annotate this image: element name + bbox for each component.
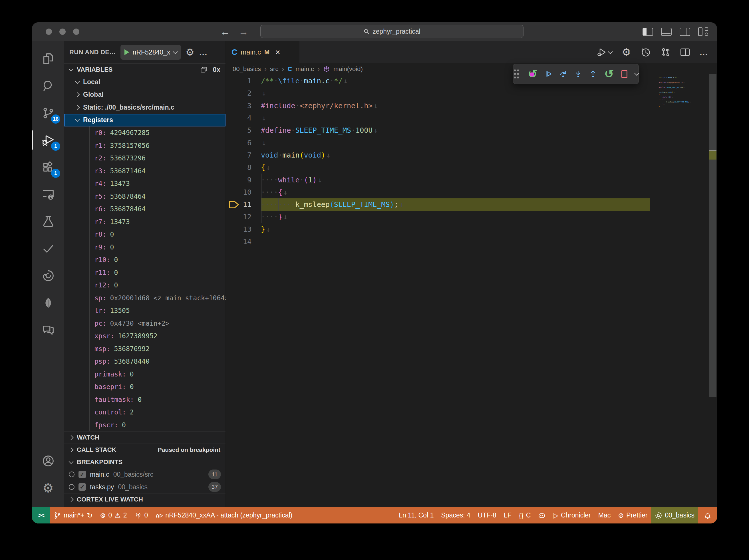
variable-scope-row[interactable]: Registers [64,114,226,127]
debug-session-item[interactable]: nRF52840_xxAA - attach (zephyr_practical… [152,507,296,523]
variable-scope-row[interactable]: Global [64,88,226,101]
breadcrumb-symbol[interactable]: main(void) [334,65,363,73]
eol-item[interactable]: LF [500,507,515,523]
language-mode-item[interactable]: {} C [515,507,535,523]
breakpoint-row[interactable]: ✓ tasks.py 00_basics 37 [64,481,226,493]
breadcrumb-sub[interactable]: src [270,65,278,73]
close-window-button[interactable] [46,28,52,35]
tab-main-c[interactable]: C main.c M × [226,41,299,63]
variable-scope-row[interactable]: Static: ./00_basics/src/main.c [64,101,226,114]
close-tab-icon[interactable]: × [275,48,280,57]
register-row[interactable]: r3: 536871464 [64,165,226,177]
line-number[interactable]: 1 [226,77,261,85]
step-into-icon[interactable] [575,69,582,79]
register-row[interactable]: r8: 0 [64,228,226,241]
hex-format-button[interactable]: 0x [213,66,220,73]
cortex-live-watch-header[interactable]: CORTEX LIVE WATCH [64,493,226,505]
extensions-icon[interactable]: 1 [32,154,64,181]
register-row[interactable]: primask: 0 [64,368,226,381]
remote-indicator[interactable]: >< [32,507,50,523]
reset-device-icon[interactable]: ↺ [528,68,537,80]
open-changes-icon[interactable] [661,47,671,57]
step-out-icon[interactable] [590,69,597,79]
toggle-panel-icon[interactable] [661,28,672,36]
line-number[interactable]: 6 [226,139,261,147]
debug-config-dropdown[interactable]: nRF52840_x [121,45,181,60]
mongodb-leaf-icon[interactable] [32,289,64,316]
register-row[interactable]: psp: 536878440 [64,355,226,368]
breadcrumb-folder[interactable]: 00_basics [233,65,261,73]
debug-settings-gear-icon[interactable]: ⚙ [186,47,194,57]
split-editor-icon[interactable] [681,48,690,56]
cursor-position-item[interactable]: Ln 11, Col 1 [395,507,437,523]
run-and-debug-icon[interactable]: 1 [32,126,64,154]
restart-icon[interactable]: ↺ [604,68,614,80]
register-row[interactable]: fpscr: 0 [64,419,226,432]
toggle-secondary-sidebar-icon[interactable] [680,28,690,36]
register-row[interactable]: r10: 0 [64,254,226,266]
editor-settings-gear-icon[interactable]: ⚙ [622,47,631,57]
source-control-icon[interactable]: 16 [32,99,64,126]
breakpoint-row[interactable]: ✓ main.c 00_basics/src 11 [64,468,226,481]
register-row[interactable]: sp: 0x20001d68 <z_main_stack+1064> [64,292,226,304]
settings-gear-icon[interactable]: ⚙ [32,474,64,501]
register-row[interactable]: r0: 4294967285 [64,126,226,139]
workspace-item[interactable]: 00_basics [651,507,698,523]
forward-icon[interactable]: → [239,26,248,37]
watch-section-header[interactable]: WATCH [64,431,226,444]
register-row[interactable]: r1: 3758157056 [64,139,226,152]
register-row[interactable]: r7: 13473 [64,215,226,228]
back-icon[interactable]: ← [220,26,230,37]
search-view-icon[interactable] [32,72,64,99]
ports-item[interactable]: 0 [131,507,152,523]
swirl-extension-icon[interactable] [32,262,64,289]
breakpoint-checkbox[interactable]: ✓ [79,483,86,491]
line-number[interactable]: 9 [226,176,261,184]
minimize-window-button[interactable] [59,28,66,35]
register-row[interactable]: basepri: 0 [64,381,226,393]
encoding-item[interactable]: UTF-8 [474,507,500,523]
start-debug-icon[interactable] [125,49,129,55]
line-number[interactable]: 4 [226,114,261,122]
chevron-down-icon[interactable] [635,71,639,76]
continue-icon[interactable] [545,69,552,79]
variables-section-header[interactable]: VARIABLES 0x [64,63,226,76]
step-over-icon[interactable] [560,69,567,79]
run-or-debug-button[interactable] [597,47,612,57]
register-row[interactable]: r5: 536878464 [64,190,226,203]
register-row[interactable]: xpsr: 1627389952 [64,330,226,343]
code-editor[interactable]: 1/**·\file·main.c·*/↓2↓3#include·<zephyr… [226,75,717,248]
line-number[interactable]: 3 [226,102,261,110]
register-row[interactable]: lr: 13505 [64,304,226,317]
indentation-item[interactable]: Spaces: 4 [437,507,474,523]
more-editor-actions-icon[interactable]: … [699,50,708,54]
notifications-item[interactable] [698,507,717,523]
line-number[interactable]: 13 [226,225,261,234]
timeline-history-icon[interactable] [641,47,651,57]
register-row[interactable]: pc: 0x4730 <main+2> [64,317,226,330]
register-row[interactable]: r9: 0 [64,241,226,254]
customize-layout-icon[interactable] [698,27,709,36]
breadcrumb-file[interactable]: main.c [295,65,314,73]
chat-comment-icon[interactable] [32,316,64,343]
more-actions-icon[interactable]: … [199,50,208,54]
line-number[interactable]: 10 [226,188,261,196]
remote-explorer-icon[interactable] [32,181,64,208]
register-row[interactable]: r12: 0 [64,279,226,292]
variable-scope-row[interactable]: Local [64,76,226,88]
line-number[interactable]: 12 [226,213,261,221]
line-number[interactable]: 2 [226,89,261,97]
register-row[interactable]: faultmask: 0 [64,393,226,406]
register-row[interactable]: r2: 536873296 [64,152,226,165]
line-number[interactable]: 14 [226,237,261,246]
line-number[interactable]: 8 [226,163,261,172]
line-number[interactable]: 7 [226,151,261,159]
chronicler-item[interactable]: ▷ Chronicler [549,507,594,523]
register-row[interactable]: r6: 536878464 [64,203,226,215]
prettier-item[interactable]: ⊘ Prettier [614,507,651,523]
register-row[interactable]: control: 2 [64,406,226,419]
breakpoints-section-header[interactable]: BREAKPOINTS [64,456,226,468]
checkmark-icon[interactable] [32,235,64,262]
platform-item[interactable]: Mac [595,507,614,523]
command-center-search[interactable]: zephyr_practical [260,25,523,38]
